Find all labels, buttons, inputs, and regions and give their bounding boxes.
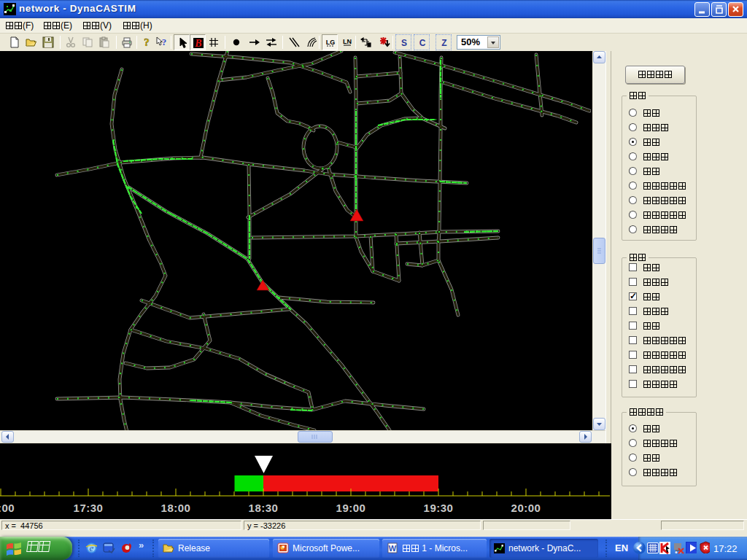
svg-text:Z: Z [441, 38, 446, 48]
svg-text:19:30: 19:30 [424, 502, 454, 514]
svg-text:18:00: 18:00 [161, 502, 191, 514]
svg-text:S: S [401, 38, 407, 48]
svg-text:?: ? [162, 36, 167, 47]
svg-text::00: :00 [0, 502, 15, 514]
svg-text:LG: LG [326, 39, 336, 46]
svg-text:18:30: 18:30 [249, 502, 279, 514]
svg-text:C: C [419, 38, 426, 48]
svg-text:LN: LN [343, 38, 352, 45]
svg-text:?: ? [144, 36, 150, 48]
svg-text:17:30: 17:30 [74, 502, 104, 514]
svg-text:W: W [389, 544, 397, 553]
svg-text:20:00: 20:00 [511, 502, 541, 514]
svg-text:e: e [90, 542, 94, 553]
svg-text:B: B [194, 38, 201, 49]
svg-text:19:00: 19:00 [336, 502, 366, 514]
